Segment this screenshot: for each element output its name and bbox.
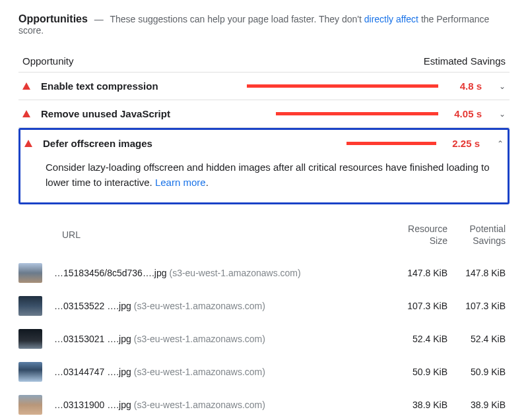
table-row: …03153522 ….jpg (s3-eu-west-1.amazonaws.… (18, 289, 510, 322)
savings-bar-track (247, 112, 438, 115)
section-header: Opportunities — These suggestions can he… (18, 13, 510, 36)
opp-description: Consider lazy-loading offscreen and hidd… (20, 157, 508, 200)
column-headers: Opportunity Estimated Savings (18, 50, 510, 72)
opp-defer-offscreen-expanded: Defer offscreen images 2.25 s ⌃ Consider… (18, 128, 510, 204)
savings-value: 4.05 s (450, 108, 482, 119)
table-row: …03153021 ….jpg (s3-eu-west-1.amazonaws.… (18, 322, 510, 355)
col-opportunity: Opportunity (22, 55, 74, 67)
chevron-up-icon: ⌃ (497, 139, 504, 148)
warning-triangle-icon (22, 110, 30, 117)
save-cell: 50.9 KiB (447, 367, 506, 377)
savings-bar-track (247, 84, 438, 88)
savings-bar-wrap: 2.25 s ⌃ (214, 138, 504, 149)
col-url-head: URL (22, 229, 389, 241)
url-origin: (s3-eu-west-1.amazonaws.com) (134, 334, 265, 344)
header-lead: These suggestions can help your page loa… (110, 14, 364, 24)
thumb-wrap (22, 263, 54, 283)
size-cell: 147.8 KiB (389, 268, 447, 278)
url-table: URL Resource Size Potential Savings …151… (18, 216, 510, 421)
url-cell[interactable]: …03144747 ….jpg (s3-eu-west-1.amazonaws.… (54, 367, 389, 377)
save-cell: 52.4 KiB (447, 334, 506, 344)
section-title: Opportunities (18, 13, 88, 24)
thumb-wrap (22, 296, 54, 316)
url-name: …03131900 ….jpg (54, 400, 131, 410)
url-origin: (s3-eu-west-1.amazonaws.com) (134, 400, 265, 410)
image-thumb-icon (18, 395, 42, 415)
thumb-wrap (22, 329, 54, 349)
url-table-head: URL Resource Size Potential Savings (18, 216, 510, 257)
url-cell[interactable]: …03153021 ….jpg (s3-eu-west-1.amazonaws.… (54, 334, 389, 344)
url-cell[interactable]: …15183456/8c5d736….jpg (s3-eu-west-1.ama… (54, 268, 389, 278)
chevron-down-icon: ⌄ (499, 109, 506, 119)
warning-triangle-icon (24, 140, 32, 147)
image-thumb-icon (18, 296, 42, 316)
col-savings: Estimated Savings (424, 55, 506, 67)
url-origin: (s3-eu-west-1.amazonaws.com) (169, 268, 300, 278)
save-cell: 107.3 KiB (447, 301, 506, 311)
opp-label: Enable text compression (41, 80, 213, 92)
savings-value: 2.25 s (448, 138, 480, 149)
desc-period: . (206, 177, 209, 188)
table-row: …03144747 ….jpg (s3-eu-west-1.amazonaws.… (18, 355, 510, 388)
size-cell: 50.9 KiB (389, 367, 447, 377)
desc-text: Consider lazy-loading offscreen and hidd… (46, 162, 490, 188)
image-thumb-icon (18, 329, 42, 349)
opp-unused-js[interactable]: Remove unused JavaScript 4.05 s ⌄ (18, 100, 510, 128)
learn-more-link[interactable]: Learn more (155, 177, 206, 188)
col-size-head: Resource Size (389, 223, 447, 248)
directly-affect-link[interactable]: directly affect (364, 14, 418, 24)
opp-label: Remove unused JavaScript (41, 108, 213, 119)
url-name: …15183456/8c5d736….jpg (54, 268, 166, 278)
url-cell[interactable]: …03131900 ….jpg (s3-eu-west-1.amazonaws.… (54, 400, 389, 410)
opp-text-compression[interactable]: Enable text compression 4.8 s ⌄ (18, 73, 510, 100)
url-name: …03153021 ….jpg (54, 334, 131, 344)
thumb-wrap (22, 362, 54, 382)
table-row: …03131900 ….jpg (s3-eu-west-1.amazonaws.… (18, 388, 510, 420)
savings-value: 4.8 s (450, 80, 482, 92)
url-origin: (s3-eu-west-1.amazonaws.com) (134, 367, 265, 377)
size-cell: 52.4 KiB (389, 334, 447, 344)
chevron-down-icon: ⌄ (499, 82, 506, 91)
save-cell: 38.9 KiB (447, 400, 506, 410)
savings-bar-fill (346, 142, 436, 145)
savings-bar-wrap: 4.8 s ⌄ (213, 80, 506, 92)
savings-bar-fill (247, 84, 438, 88)
savings-bar-wrap: 4.05 s ⌄ (213, 108, 506, 119)
warning-triangle-icon (22, 82, 30, 90)
size-cell: 38.9 KiB (389, 400, 447, 410)
savings-bar-fill (276, 112, 439, 115)
url-origin: (s3-eu-west-1.amazonaws.com) (134, 301, 265, 311)
url-name: …03153522 ….jpg (54, 301, 131, 311)
url-cell[interactable]: …03153522 ….jpg (s3-eu-west-1.amazonaws.… (54, 301, 389, 311)
col-save-head: Potential Savings (447, 223, 506, 248)
save-cell: 147.8 KiB (447, 268, 506, 278)
opportunity-list: Enable text compression 4.8 s ⌄ Remove u… (18, 72, 510, 204)
thumb-wrap (22, 395, 54, 415)
image-thumb-icon (18, 362, 42, 382)
dash: — (94, 14, 104, 24)
savings-bar-track (245, 142, 436, 145)
opp-defer-offscreen[interactable]: Defer offscreen images 2.25 s ⌃ (20, 130, 508, 157)
opp-label: Defer offscreen images (43, 138, 214, 149)
url-name: …03144747 ….jpg (54, 367, 131, 377)
size-cell: 107.3 KiB (389, 301, 447, 311)
image-thumb-icon (18, 263, 42, 283)
table-row: …15183456/8c5d736….jpg (s3-eu-west-1.ama… (18, 256, 510, 289)
